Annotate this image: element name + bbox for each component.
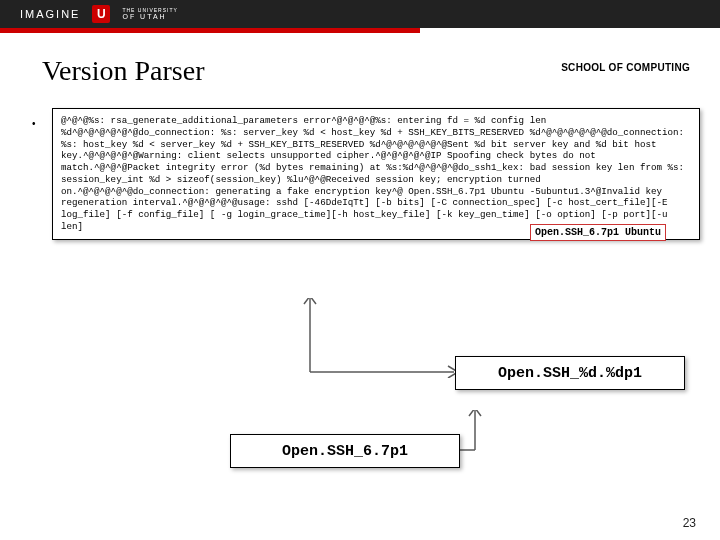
top-bar: IMAGINE U THE UNIVERSITY OF UTAH — [0, 0, 720, 28]
format-string-box: Open.SSH_%d.%dp1 — [455, 356, 685, 390]
university-name: THE UNIVERSITY OF UTAH — [122, 8, 177, 20]
u-logo-icon: U — [92, 5, 110, 23]
arrow-code-to-format-icon — [300, 298, 480, 378]
school-label: SCHOOL OF COMPUTING — [561, 62, 690, 73]
strings-dump-box: @^@^@%s: rsa_generate_additional_paramet… — [52, 108, 700, 240]
imagine-label: IMAGINE — [20, 8, 80, 20]
bullet-marker: • — [32, 118, 36, 129]
parsed-version-box: Open.SSH_6.7p1 — [230, 434, 460, 468]
page-title: Version Parser — [42, 55, 205, 87]
version-highlight-chip: Open.SSH_6.7p1 Ubuntu — [530, 224, 666, 241]
page-number: 23 — [683, 516, 696, 530]
red-accent-bar — [0, 28, 420, 33]
university-bot: OF UTAH — [122, 13, 177, 20]
